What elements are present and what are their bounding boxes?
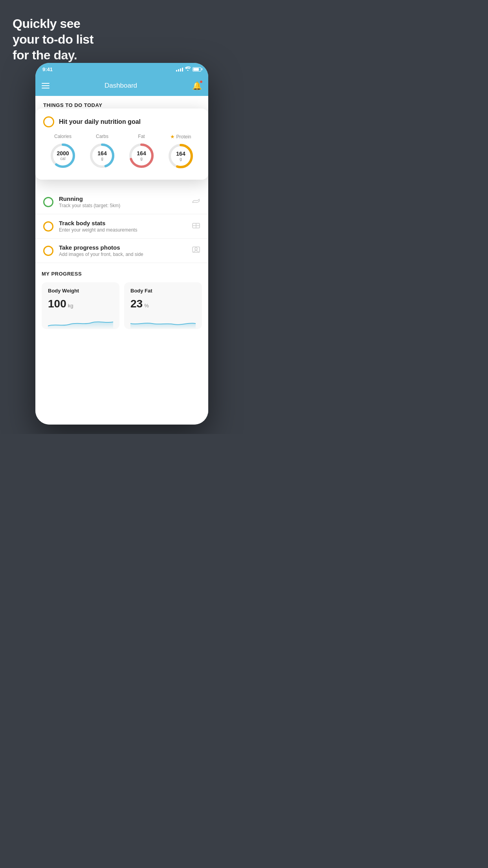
status-time: 9:41: [42, 66, 53, 72]
todo-item-body-stats[interactable]: Track body stats Enter your weight and m…: [35, 214, 208, 239]
carbs-ring: 164 g: [88, 142, 116, 170]
todo-list: Running Track your stats (target: 5km) T…: [35, 190, 208, 263]
todo-item-photos[interactable]: Take progress photos Add images of your …: [35, 239, 208, 263]
nutrition-carbs: Carbs 164 g: [88, 134, 116, 170]
todo-checkbox-running[interactable]: [43, 197, 53, 207]
svg-point-12: [195, 248, 197, 250]
body-weight-card: Body Weight 100 kg: [42, 282, 119, 329]
nutrition-calories: Calories 2000 cal: [49, 134, 77, 170]
battery-icon: [193, 67, 201, 72]
nutrition-card-title: Hit your daily nutrition goal: [59, 118, 141, 125]
progress-cards: Body Weight 100 kg: [42, 282, 202, 329]
todo-text-body-stats: Track body stats Enter your weight and m…: [59, 220, 186, 233]
scale-icon: [192, 222, 200, 231]
shoe-icon: [192, 197, 200, 206]
body-fat-unit: %: [144, 303, 149, 309]
header-title: Dashboard: [105, 82, 137, 90]
todo-title-body-stats: Track body stats: [59, 220, 186, 226]
progress-title: MY PROGRESS: [42, 271, 202, 277]
calories-label: Calories: [54, 134, 72, 139]
phone-content: THINGS TO DO TODAY Hit your daily nutrit…: [35, 96, 208, 425]
nutrition-protein: ★ Protein 164 g: [167, 134, 195, 170]
calories-ring: 2000 cal: [49, 142, 77, 170]
status-bar: 9:41: [35, 63, 208, 75]
body-fat-card: Body Fat 23 %: [124, 282, 202, 329]
person-icon: [192, 246, 200, 255]
phone-mockup: 9:41 Dashboard 🔔: [35, 63, 208, 425]
star-icon: ★: [170, 134, 175, 140]
wifi-icon: [185, 66, 191, 72]
todo-text-photos: Take progress photos Add images of your …: [59, 244, 186, 257]
body-weight-label: Body Weight: [48, 288, 113, 294]
protein-ring: 164 g: [167, 142, 195, 170]
body-weight-chart: [48, 315, 113, 329]
fat-label: Fat: [138, 134, 145, 139]
nutrition-fat: Fat 164 g: [127, 134, 156, 170]
todo-checkbox-photos[interactable]: [43, 246, 53, 256]
todo-title-photos: Take progress photos: [59, 244, 186, 251]
todo-subtitle-running: Track your stats (target: 5km): [59, 203, 186, 208]
card-checkbox[interactable]: [43, 116, 54, 127]
protein-label: ★ Protein: [170, 134, 191, 140]
todo-title-running: Running: [59, 195, 186, 202]
body-weight-value: 100: [48, 298, 66, 310]
body-weight-value-row: 100 kg: [48, 298, 113, 310]
body-fat-value: 23: [130, 298, 143, 310]
carbs-label: Carbs: [96, 134, 108, 139]
notification-dot: [200, 80, 203, 83]
todo-checkbox-body-stats[interactable]: [43, 221, 53, 232]
progress-section: MY PROGRESS Body Weight 100 kg: [35, 263, 208, 334]
body-weight-unit: kg: [68, 303, 73, 309]
todo-subtitle-photos: Add images of your front, back, and side: [59, 252, 186, 257]
notification-bell[interactable]: 🔔: [192, 81, 202, 90]
app-header: Dashboard 🔔: [35, 75, 208, 96]
menu-button[interactable]: [42, 83, 50, 88]
fat-ring: 164 g: [127, 142, 156, 170]
signal-icon: [176, 67, 183, 72]
todo-text-running: Running Track your stats (target: 5km): [59, 195, 186, 208]
body-fat-chart: [130, 315, 196, 329]
todo-subtitle-body-stats: Enter your weight and measurements: [59, 227, 186, 233]
todo-item-running[interactable]: Running Track your stats (target: 5km): [35, 190, 208, 214]
nutrition-row: Calories 2000 cal Carbs: [43, 134, 200, 170]
nutrition-card: Hit your daily nutrition goal Calories 2…: [35, 108, 208, 180]
hero-text: Quickly see your to-do list for the day.: [13, 16, 94, 63]
status-icons: [176, 66, 201, 72]
body-fat-value-row: 23 %: [130, 298, 196, 310]
body-fat-label: Body Fat: [130, 288, 196, 294]
